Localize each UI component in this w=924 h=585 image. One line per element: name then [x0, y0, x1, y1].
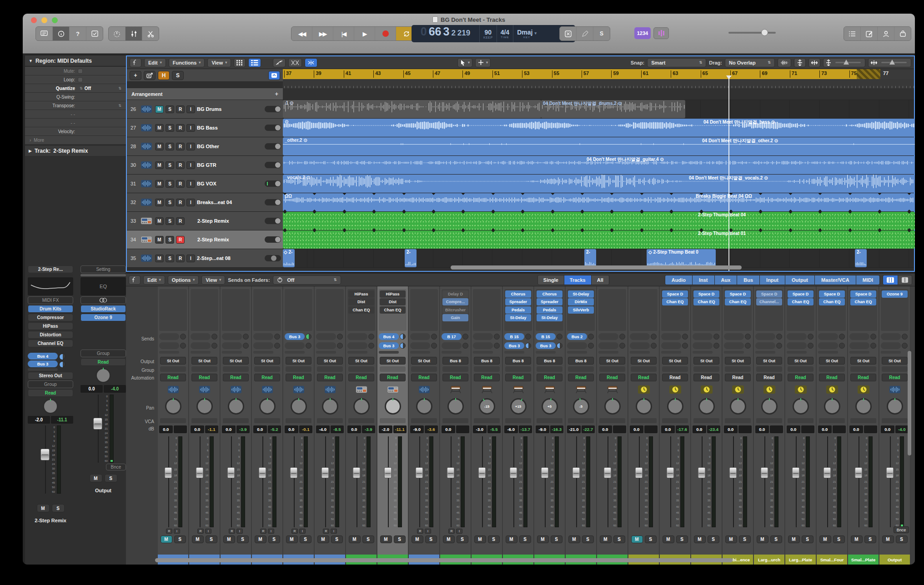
- solo-button[interactable]: S: [770, 535, 782, 543]
- vertical-zoom-slider[interactable]: [823, 58, 865, 67]
- automation-mode-button[interactable]: Read: [725, 374, 751, 381]
- filter-midi[interactable]: MIDI: [856, 275, 879, 285]
- mute-button[interactable]: M: [155, 161, 164, 169]
- pan-knob[interactable]: [887, 398, 903, 415]
- send-slot[interactable]: Bus 3: [28, 360, 73, 367]
- vca-slot[interactable]: [223, 418, 249, 423]
- automation-mode-button[interactable]: Read: [80, 358, 126, 366]
- waveform-icon[interactable]: [197, 384, 212, 395]
- track-header-32[interactable]: 32MSRIBreaks...eat 04: [127, 193, 283, 211]
- audio-fx-slots[interactable]: [159, 289, 187, 331]
- solo-button[interactable]: S: [166, 180, 174, 188]
- track-lane-26[interactable]: 04 Don't Meet 만나지말걸_drums.2 ⊙.1 ⊙: [283, 100, 914, 118]
- fader-knob[interactable]: [290, 467, 297, 478]
- mute-button[interactable]: M: [155, 255, 164, 262]
- strip-setting-button[interactable]: 2-Step Re...: [28, 265, 73, 273]
- mute-button[interactable]: M: [663, 535, 674, 543]
- clock-icon[interactable]: [793, 384, 808, 395]
- user-icon[interactable]: [878, 27, 894, 40]
- mute-button[interactable]: M: [155, 180, 164, 188]
- channel-name[interactable]: Output: [879, 555, 910, 565]
- channel-strip-bg-bass[interactable]: St OutRead0.0-1.103691215182124303540455…: [189, 286, 220, 555]
- fader[interactable]: 03691215182124303540455060: [723, 436, 753, 527]
- track-name[interactable]: Breaks...eat 04: [197, 200, 263, 205]
- pan-knob[interactable]: [322, 398, 338, 415]
- pan-knob[interactable]: [291, 398, 307, 415]
- send-knob[interactable]: [557, 343, 562, 349]
- vertical-fit-icon[interactable]: [794, 58, 806, 67]
- volume-readout[interactable]: -9.0-16.3: [536, 425, 563, 433]
- plugin-slot[interactable]: StudioRack: [80, 305, 126, 313]
- group-slot[interactable]: [317, 366, 343, 372]
- plugin-slot[interactable]: Chan EQ: [819, 298, 845, 305]
- input-monitor-button[interactable]: I: [186, 161, 195, 169]
- group-slot[interactable]: [662, 366, 688, 372]
- solo-button[interactable]: S: [166, 217, 174, 225]
- audio-fx-slots[interactable]: [410, 289, 438, 331]
- track-name[interactable]: 2-Step Remix: [197, 218, 263, 224]
- volume-readout[interactable]: 0.0-4.0: [80, 385, 126, 393]
- volume-readout[interactable]: 0.0: [755, 425, 783, 433]
- output-button[interactable]: St Out: [254, 357, 280, 365]
- send-slots[interactable]: Bus 3: [285, 333, 312, 354]
- output-button[interactable]: St Out: [756, 357, 782, 365]
- list-icon[interactable]: [248, 58, 261, 67]
- fader-knob[interactable]: [886, 467, 894, 478]
- send-knob[interactable]: [306, 334, 311, 340]
- tracks-horizontal-scrollbar[interactable]: [451, 265, 742, 270]
- mute-button[interactable]: M: [568, 535, 580, 543]
- send-knob[interactable]: [400, 334, 406, 340]
- fader[interactable]: 03691215182124303540455060: [315, 436, 345, 527]
- track-name[interactable]: BG Other: [197, 144, 263, 149]
- bounce-button[interactable]: Bnce: [894, 526, 909, 533]
- pan-knob[interactable]: [730, 398, 746, 415]
- region[interactable]: ΩΩBreaks Biggie Beat 04 ΩΩ: [283, 193, 915, 211]
- add-track-button[interactable]: +: [130, 71, 141, 80]
- region[interactable]: ◇ 2-Step Thump Beat 0: [647, 249, 716, 267]
- send-knob[interactable]: [59, 361, 65, 367]
- info-icon[interactable]: [53, 27, 69, 40]
- duplicate-track-button[interactable]: [144, 71, 156, 80]
- region-param-[interactable]: - -: [25, 110, 126, 118]
- channel-strip-smal-plate[interactable]: Space DChan EQSt OutRead0.00369121518212…: [848, 286, 879, 555]
- fader[interactable]: 03691215182124303540455060: [409, 436, 439, 527]
- solo-button[interactable]: S: [166, 161, 174, 169]
- volume-readout[interactable]: 0.0-3.9: [222, 425, 250, 433]
- vca-slot[interactable]: [505, 418, 531, 423]
- input-monitor-button[interactable]: I: [186, 255, 195, 262]
- fader-knob[interactable]: [40, 449, 50, 460]
- fader[interactable]: 03691215182124303540455060: [754, 436, 784, 527]
- collapse-panel-button[interactable]: [268, 71, 280, 80]
- record-button[interactable]: R: [166, 529, 172, 534]
- mute-button[interactable]: M: [882, 535, 894, 543]
- fader[interactable]: 03691215182124303540455060: [503, 436, 533, 527]
- fader[interactable]: 03691215182124303540455060: [817, 436, 847, 527]
- lcd-key[interactable]: Dmaj▾ KEY: [513, 25, 540, 42]
- fader-knob[interactable]: [447, 467, 454, 478]
- eq-thumbnail[interactable]: EQ: [80, 277, 126, 295]
- output-button[interactable]: St Out: [788, 357, 814, 365]
- fader[interactable]: 03691215182124303540455060: [660, 436, 690, 527]
- send-slots[interactable]: [410, 333, 438, 354]
- keyboard-icon[interactable]: [542, 384, 557, 395]
- send-slots[interactable]: [347, 333, 375, 354]
- vca-slot[interactable]: [756, 418, 782, 423]
- group-slot[interactable]: [505, 366, 531, 372]
- tuner-icon[interactable]: [109, 27, 125, 40]
- channel-strip-smal-four[interactable]: Space DChan EQSt OutRead0.00369121518212…: [817, 286, 848, 555]
- group-slot[interactable]: [882, 366, 908, 372]
- pan-knob[interactable]: +5: [542, 398, 558, 415]
- solo-button[interactable]: S: [300, 535, 311, 543]
- automation-mode-button[interactable]: Read: [223, 374, 249, 381]
- input-monitor-button[interactable]: I: [299, 529, 306, 534]
- send-slots[interactable]: [630, 333, 658, 354]
- channel-strip-moog[interactable]: St OutRead0.003691215182124303540455060M…: [597, 286, 628, 555]
- track-lane-30[interactable]: 04 Don't Meet 만나지말걸_guitar.4 ⊙: [283, 156, 914, 174]
- track-lane-34[interactable]: 2-Step Thump Beat 01: [283, 230, 914, 249]
- record-button[interactable]: R: [176, 199, 185, 206]
- record-button[interactable]: R: [448, 529, 455, 534]
- send-slots[interactable]: [818, 333, 846, 354]
- input-monitor-button[interactable]: I: [331, 529, 337, 534]
- solo-button[interactable]: S: [166, 199, 174, 206]
- mute-button[interactable]: M: [694, 535, 706, 543]
